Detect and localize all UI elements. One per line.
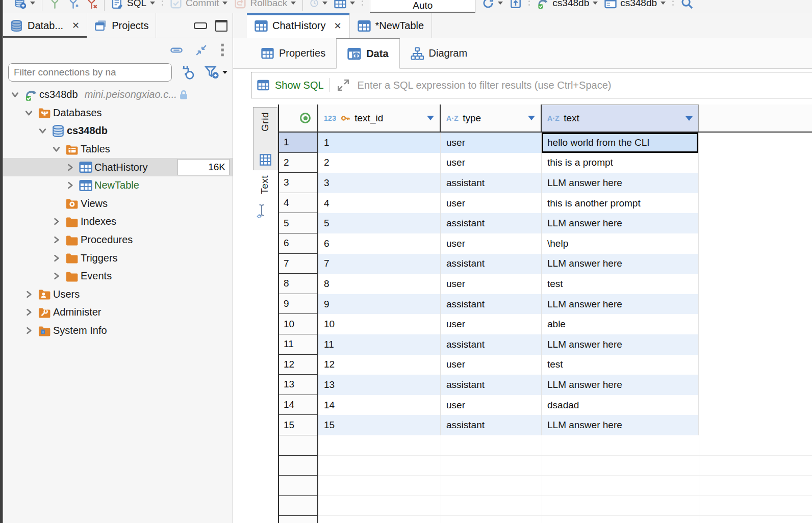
tree-item-system-info[interactable]: iSystem Info xyxy=(3,322,233,340)
cell-text_id[interactable]: 12 xyxy=(318,355,441,375)
cell-type[interactable]: user xyxy=(441,314,542,334)
dropdown-caret-icon[interactable] xyxy=(291,2,296,5)
subtab-properties[interactable]: Properties xyxy=(250,38,336,68)
cell-text[interactable]: dsadad xyxy=(542,395,699,415)
cell-type[interactable]: assistant xyxy=(441,334,542,355)
toolbar-button-cs348db[interactable]: cs348db xyxy=(537,0,598,9)
chevron-down-icon[interactable] xyxy=(36,126,49,135)
dropdown-caret-icon[interactable] xyxy=(661,2,666,5)
cell-type[interactable]: assistant xyxy=(441,254,542,274)
dropdown-caret-icon[interactable] xyxy=(350,2,355,5)
cell-text_id[interactable]: 9 xyxy=(318,294,441,315)
toolbar-button-rollback[interactable]: Rollback xyxy=(234,0,296,9)
tree-item-events[interactable]: Events xyxy=(3,267,233,285)
toolbar-button-search-icon[interactable] xyxy=(680,0,694,10)
tree-item-users[interactable]: Users xyxy=(3,285,233,304)
row-header[interactable]: 3 xyxy=(279,173,318,193)
row-header[interactable] xyxy=(279,516,318,523)
cell-text_id[interactable]: 11 xyxy=(318,334,441,355)
toolbar-button-table-badge-icon[interactable] xyxy=(334,0,355,9)
chevron-down-icon[interactable] xyxy=(49,145,63,153)
toolbar-button-commit[interactable]: Commit xyxy=(170,0,227,9)
tree-item-newtable[interactable]: NewTable xyxy=(3,176,233,195)
dropdown-caret-icon[interactable] xyxy=(593,2,598,5)
column-dropdown-icon[interactable] xyxy=(427,116,434,120)
cell-text_id[interactable]: 2 xyxy=(318,153,441,173)
chevron-down-icon[interactable] xyxy=(8,90,22,99)
close-icon[interactable]: ✕ xyxy=(72,20,80,31)
presentation-tab-text[interactable]: Text xyxy=(254,167,275,202)
row-header[interactable]: 4 xyxy=(279,193,318,214)
row-header[interactable] xyxy=(279,476,318,496)
cell-text[interactable]: hello world from the CLI xyxy=(542,133,699,153)
chevron-right-icon[interactable] xyxy=(49,254,63,263)
toolbar-button-new-connection-icon[interactable] xyxy=(14,0,35,9)
tree-item-triggers[interactable]: Triggers xyxy=(3,249,233,267)
toolbar-button-disconnect-icon[interactable] xyxy=(86,0,97,9)
cell-text[interactable]: LLM answer here xyxy=(542,334,699,355)
chevron-right-icon[interactable] xyxy=(22,290,36,299)
menu-dots-icon[interactable] xyxy=(219,43,225,57)
maximize-icon[interactable] xyxy=(215,20,227,32)
tree-item-cs348db[interactable]: cs348dbmini.peisongxiao.c... xyxy=(3,86,233,104)
toolbar-button-connect-icon[interactable] xyxy=(49,0,61,9)
toolbar-button-cs348db[interactable]: cs348db xyxy=(604,0,666,9)
cell-text_id[interactable]: 10 xyxy=(318,314,441,334)
row-header[interactable]: 13 xyxy=(279,375,318,395)
column-header-text[interactable]: A·Ztext xyxy=(542,104,699,132)
toolbar-button-auto-commit-icon[interactable] xyxy=(510,0,522,9)
cell-type[interactable]: user xyxy=(441,274,542,294)
row-header[interactable]: 2 xyxy=(279,153,318,173)
cell-text[interactable]: test xyxy=(542,274,699,294)
tree-item-procedures[interactable]: Procedures xyxy=(3,231,233,249)
cell-type[interactable]: assistant xyxy=(441,213,542,233)
row-header[interactable]: 14 xyxy=(279,395,318,415)
cell-text[interactable]: this is a prompt xyxy=(542,153,699,173)
link-editor-icon[interactable] xyxy=(194,43,208,57)
cell-text[interactable]: able xyxy=(542,314,699,334)
chevron-right-icon[interactable] xyxy=(49,217,63,226)
dropdown-caret-icon[interactable] xyxy=(150,2,155,5)
toolbar-button-refresh-icon[interactable] xyxy=(482,0,503,9)
row-header[interactable] xyxy=(279,456,318,476)
dropdown-caret-icon[interactable] xyxy=(498,2,503,5)
grid-corner-cell[interactable] xyxy=(279,104,318,132)
dropdown-caret-icon[interactable] xyxy=(222,71,227,74)
cell-text_id[interactable]: 15 xyxy=(318,415,441,435)
cell-text[interactable]: LLM answer here xyxy=(542,254,699,274)
cell-text_id[interactable]: 1 xyxy=(318,133,441,153)
cell-text_id[interactable]: 13 xyxy=(318,375,441,395)
expand-filter-icon[interactable] xyxy=(336,78,351,92)
tab-projects[interactable]: Projects xyxy=(87,13,156,38)
cell-text[interactable]: this is another prompt xyxy=(542,193,699,214)
chevron-right-icon[interactable] xyxy=(49,236,63,244)
cell-text_id[interactable]: 6 xyxy=(318,233,441,254)
tree-item-views[interactable]: Views xyxy=(3,195,233,213)
active-catalog-combo[interactable]: Auto xyxy=(370,0,475,13)
cell-type[interactable]: user xyxy=(441,395,542,415)
chevron-right-icon[interactable] xyxy=(22,326,36,335)
minimize-icon[interactable] xyxy=(194,22,207,29)
chevron-right-icon[interactable] xyxy=(63,163,77,172)
toolbar-button-reconnect-icon[interactable] xyxy=(67,0,79,9)
row-header[interactable]: 6 xyxy=(279,233,318,254)
cell-type[interactable]: assistant xyxy=(441,173,542,193)
dropdown-caret-icon[interactable] xyxy=(222,2,227,5)
cell-type[interactable]: assistant xyxy=(441,375,542,395)
chevron-right-icon[interactable] xyxy=(49,272,63,280)
cell-text[interactable]: LLM answer here xyxy=(542,213,699,233)
cell-text[interactable]: LLM answer here xyxy=(542,294,699,315)
chevron-right-icon[interactable] xyxy=(22,308,36,317)
row-header[interactable]: 7 xyxy=(279,254,318,274)
cell-text[interactable]: \help xyxy=(542,233,699,254)
cell-text_id[interactable]: 5 xyxy=(318,213,441,233)
cell-text[interactable]: LLM answer here xyxy=(542,375,699,395)
subtab-data[interactable]: Data xyxy=(336,38,399,69)
cell-text[interactable]: LLM answer here xyxy=(542,173,699,193)
tree-item-administer[interactable]: Administer xyxy=(3,303,233,322)
editor-tab--newtable[interactable]: *NewTable xyxy=(350,13,433,38)
cell-text_id[interactable]: 4 xyxy=(318,193,441,214)
cell-text[interactable]: test xyxy=(542,355,699,375)
row-header[interactable]: 12 xyxy=(279,355,318,375)
plug-filter-icon[interactable] xyxy=(179,65,196,80)
